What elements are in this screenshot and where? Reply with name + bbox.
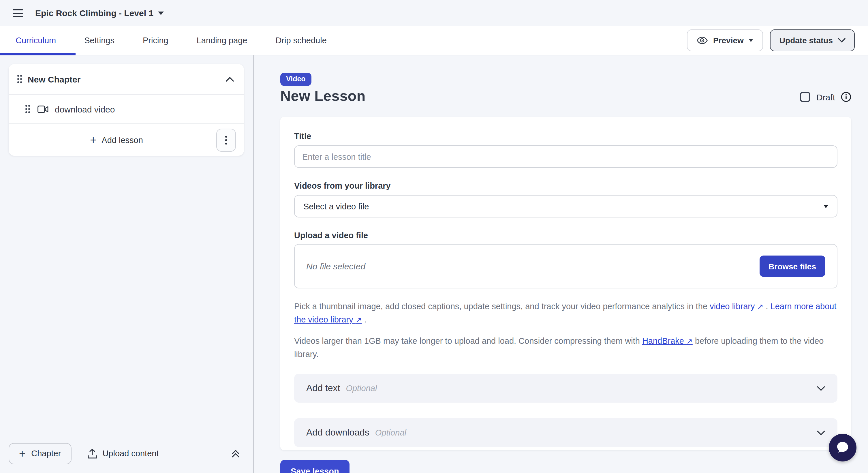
tab-settings[interactable]: Settings xyxy=(84,36,115,45)
lesson-title: download video xyxy=(55,104,115,114)
tab-landing-page[interactable]: Landing page xyxy=(197,36,247,45)
chevron-down-icon xyxy=(817,430,825,435)
course-title: Epic Rock Climbing - Level 1 xyxy=(35,8,153,18)
add-lesson-button[interactable]: + Add lesson xyxy=(17,134,216,145)
lesson-header: Video New Lesson Draft xyxy=(280,73,851,104)
drag-handle-icon[interactable] xyxy=(25,104,31,114)
tabs: Curriculum Settings Pricing Landing page… xyxy=(0,26,327,55)
browse-files-button[interactable]: Browse files xyxy=(759,256,825,277)
chapter-options-button[interactable] xyxy=(216,128,236,151)
info-icon[interactable] xyxy=(841,92,851,102)
save-lesson-button[interactable]: Save lesson xyxy=(280,460,349,473)
chevron-up-icon[interactable] xyxy=(225,76,234,82)
file-upload-dropzone[interactable]: No file selected Browse files xyxy=(294,244,837,288)
chevron-down-icon xyxy=(838,38,845,43)
lesson-form-card: Title Videos from your library Select a … xyxy=(280,117,851,450)
page-title: New Lesson xyxy=(280,88,366,104)
caret-down-icon xyxy=(749,39,753,42)
upload-field-label: Upload a video file xyxy=(294,231,837,240)
library-field-label: Videos from your library xyxy=(294,181,837,190)
kebab-menu-icon xyxy=(225,135,227,145)
lesson-item-download-video[interactable]: download video xyxy=(9,95,244,124)
draft-checkbox[interactable] xyxy=(800,92,811,102)
handbrake-link[interactable]: HandBrake ↗ xyxy=(642,336,693,346)
plus-icon: + xyxy=(19,448,25,459)
plus-icon: + xyxy=(90,134,96,145)
tab-curriculum[interactable]: Curriculum xyxy=(16,36,56,45)
course-switcher[interactable]: Epic Rock Climbing - Level 1 xyxy=(35,8,164,18)
preview-button[interactable]: Preview xyxy=(687,29,763,51)
tab-bar: Curriculum Settings Pricing Landing page… xyxy=(0,26,868,55)
chapter-header[interactable]: New Chapter xyxy=(9,64,244,95)
no-file-text: No file selected xyxy=(306,261,365,271)
external-link-icon: ↗ xyxy=(757,302,764,311)
upload-icon xyxy=(87,448,97,458)
add-lesson-row: + Add lesson xyxy=(9,124,244,156)
sidebar-footer: + Chapter Upload content xyxy=(0,434,253,473)
eye-icon xyxy=(697,36,708,44)
chat-widget-button[interactable] xyxy=(829,434,857,462)
app-root: Epic Rock Climbing - Level 1 Curriculum … xyxy=(0,0,868,473)
collapse-all-icon[interactable] xyxy=(231,448,241,458)
external-link-icon: ↗ xyxy=(686,337,693,346)
chapter-title: New Chapter xyxy=(28,74,81,84)
lesson-title-input[interactable] xyxy=(294,145,837,168)
add-text-section[interactable]: Add text Optional xyxy=(294,374,837,403)
content-area: New Chapter download video xyxy=(0,55,868,473)
active-tab-indicator xyxy=(0,53,75,55)
tab-drip-schedule[interactable]: Drip schedule xyxy=(275,36,327,45)
video-library-select[interactable]: Select a video file xyxy=(294,195,837,217)
add-downloads-section[interactable]: Add downloads Optional xyxy=(294,418,837,447)
tabbar-actions: Preview Update status xyxy=(687,29,868,51)
hamburger-menu-icon[interactable] xyxy=(13,9,23,17)
drag-handle-icon[interactable] xyxy=(17,74,23,84)
compression-help-text: Videos larger than 1GB may take longer t… xyxy=(294,335,837,361)
tab-pricing[interactable]: Pricing xyxy=(143,36,168,45)
video-camera-icon xyxy=(37,105,49,113)
upload-content-button[interactable]: Upload content xyxy=(87,448,159,458)
caret-down-icon xyxy=(824,204,828,208)
top-bar: Epic Rock Climbing - Level 1 xyxy=(0,0,868,26)
caret-down-icon xyxy=(158,11,164,15)
video-library-help-text: Pick a thumbnail image, add closed capti… xyxy=(294,300,837,326)
chapter-card: New Chapter download video xyxy=(9,64,244,156)
update-status-button[interactable]: Update status xyxy=(770,29,855,51)
title-field-label: Title xyxy=(294,131,837,141)
speech-bubble-icon xyxy=(835,441,850,454)
video-library-link[interactable]: video library ↗ xyxy=(710,302,763,311)
curriculum-sidebar: New Chapter download video xyxy=(0,55,254,473)
draft-label: Draft xyxy=(816,92,835,102)
draft-toggle: Draft xyxy=(800,92,851,104)
chevron-down-icon xyxy=(817,386,825,391)
add-chapter-button[interactable]: + Chapter xyxy=(9,443,71,464)
lesson-type-badge: Video xyxy=(280,73,311,86)
external-link-icon: ↗ xyxy=(355,316,362,324)
lesson-editor-panel: Video New Lesson Draft Title Videos from… xyxy=(254,55,868,473)
